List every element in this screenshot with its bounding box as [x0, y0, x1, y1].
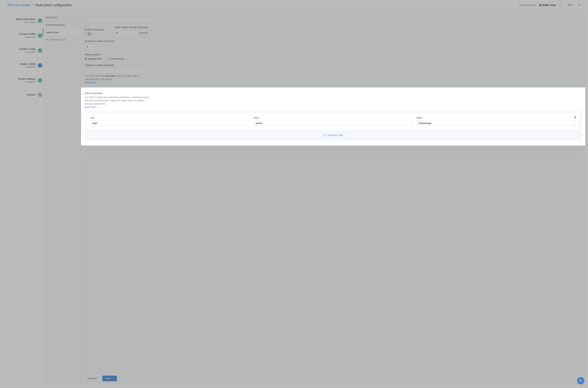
step-subtitle: aws-profile	[20, 36, 36, 38]
step-badge: 2	[38, 33, 43, 38]
name-input[interactable]	[85, 17, 150, 23]
arrow-right-icon: →	[112, 377, 113, 380]
step-review[interactable]: Review 6	[0, 92, 40, 97]
num-nodes-label: Number of nodes in the pool	[85, 40, 582, 43]
labels-help-text: Tag format should be key:value. Specify …	[85, 74, 150, 81]
form-area: Enable Autoscaler Node repave interval (…	[81, 14, 585, 384]
external-link-icon: ↗	[97, 82, 98, 84]
breadcrumb-link[interactable]: Add new cluster	[7, 3, 31, 7]
taints-label: Taints (Optional)	[85, 92, 582, 95]
step-badge: 6	[38, 92, 43, 97]
nodepools-header: NODEPOOLS	[43, 14, 81, 21]
stepper: Basic Information aws-cluster 1 Cluster …	[0, 10, 40, 388]
num-nodes-input[interactable]	[85, 44, 98, 49]
breadcrumb: Add new cluster > Node pools configurati…	[7, 3, 72, 7]
taint-row: 🗑 Key Value Effect	[87, 113, 579, 129]
nodepool-item-control-plane[interactable]: control-plane-pool	[43, 21, 81, 28]
previous-button[interactable]: Previous	[85, 376, 100, 381]
step-cluster-settings[interactable]: Cluster Settings Completed 5	[0, 77, 40, 83]
close-icon[interactable]: ✕	[578, 3, 581, 7]
content-panel: NODEPOOLS control-plane-pool worker-pool…	[43, 14, 585, 384]
repave-input[interactable]	[115, 30, 136, 36]
rolling-update-label: Rolling update i	[85, 53, 582, 56]
taints-container: 🗑 Key Value Effect	[85, 111, 582, 141]
radio-icon	[85, 58, 87, 60]
help-fab-button[interactable]	[577, 377, 584, 384]
next-button[interactable]: Next →	[102, 376, 117, 381]
svg-point-0	[579, 379, 581, 381]
step-subtitle: aws-cluster	[16, 21, 36, 24]
info-icon[interactable]: i	[559, 4, 562, 7]
add-taint-label: Add New Taint	[328, 134, 343, 137]
page-title: Node pools configuration	[36, 3, 72, 7]
step-title: Cluster Profile	[20, 33, 36, 36]
step-subtitle: Completed	[18, 81, 36, 83]
step-subtitle: Completed	[20, 66, 36, 68]
breadcrumb-separator: >	[32, 3, 34, 7]
repave-label: Node repave interval (Optional)	[115, 26, 151, 29]
taint-effect-select[interactable]	[416, 120, 576, 126]
step-badge: 1	[38, 18, 43, 23]
search-icon	[579, 379, 582, 382]
step-cluster-profile[interactable]: Cluster Profile aws-profile 2	[0, 33, 40, 38]
nodepools-sidebar: NODEPOOLS control-plane-pool worker-pool…	[43, 14, 81, 384]
step-badge: 5	[38, 78, 43, 83]
step-subtitle: Completed	[19, 51, 36, 53]
nodepool-item-worker[interactable]: worker-pool ›	[43, 28, 81, 36]
stepper-line	[38, 23, 38, 337]
add-nodepool-label: Add Node Pool	[50, 38, 66, 41]
lower-section	[85, 149, 582, 156]
step-nodes-config[interactable]: Nodes Config Completed 4	[0, 62, 40, 68]
header: Add new cluster > Node pools configurati…	[0, 0, 588, 10]
step-cluster-config[interactable]: Cluster Config Completed 3	[0, 48, 40, 53]
autoscaler-label: Enable Autoscaler	[85, 28, 104, 31]
step-title: Basic Information	[16, 18, 36, 21]
autoscaler-toggle[interactable]	[85, 32, 91, 36]
external-link-icon: ↗	[97, 106, 98, 108]
toggle-thumb	[85, 32, 88, 35]
radio-expand-first[interactable]: Expand First	[85, 57, 102, 60]
nodepool-item-label: control-plane-pool	[46, 24, 65, 26]
repave-unit: seconds	[136, 30, 151, 36]
divider	[575, 3, 575, 7]
taint-key-label: Key	[90, 116, 250, 119]
taint-effect-label: Effect	[416, 116, 576, 119]
form-footer: Previous Next →	[85, 376, 117, 381]
step-basic-information[interactable]: Basic Information aws-cluster 1	[0, 18, 40, 24]
step-badge: 3	[38, 48, 43, 53]
taint-value-label: Value	[253, 116, 413, 119]
delete-taint-icon[interactable]: 🗑	[574, 116, 577, 119]
radio-icon	[106, 58, 109, 60]
header-right: Estimated Rate: $0.8166 / hour i API ✕	[519, 3, 581, 7]
svg-line-1	[581, 381, 582, 382]
chevron-right-icon: ›	[77, 31, 78, 34]
taints-help-text: Use Taints to guide pod scheduling prefe…	[85, 96, 150, 105]
node-taints-link[interactable]: Node Taints ↗	[85, 106, 98, 108]
estimate-value: $0.8166 / hour	[539, 4, 556, 7]
taint-value-input[interactable]	[253, 120, 413, 126]
taint-key-input[interactable]	[90, 120, 250, 126]
step-title: Cluster Config	[19, 48, 36, 50]
step-title: Review	[27, 93, 36, 96]
taints-section: Taints (Optional) Use Taints to guide po…	[81, 87, 585, 146]
add-nodepool-button[interactable]: + Add Node Pool	[43, 36, 81, 43]
node-labels-link[interactable]: Node labels ↗	[85, 81, 98, 84]
plus-icon: +	[323, 134, 326, 137]
labels-label: Additional Labels (Optional)	[85, 64, 582, 67]
radio-label: Contract First	[110, 57, 124, 60]
chevron-down-icon: ⌄	[572, 122, 574, 124]
labels-input[interactable]	[85, 68, 150, 73]
info-icon[interactable]: i	[101, 53, 103, 56]
step-badge: 4	[38, 63, 43, 68]
radio-label: Expand First	[88, 57, 102, 60]
step-title: Cluster Settings	[18, 77, 36, 80]
api-link[interactable]: API	[568, 4, 572, 7]
radio-contract-first[interactable]: Contract First	[106, 57, 124, 60]
step-title: Nodes Config	[20, 62, 36, 65]
nodepool-item-label: worker-pool	[46, 31, 59, 34]
add-taint-button[interactable]: + Add New Taint	[87, 132, 579, 139]
plus-icon: +	[46, 38, 48, 41]
estimate-label: Estimated Rate:	[519, 4, 536, 7]
